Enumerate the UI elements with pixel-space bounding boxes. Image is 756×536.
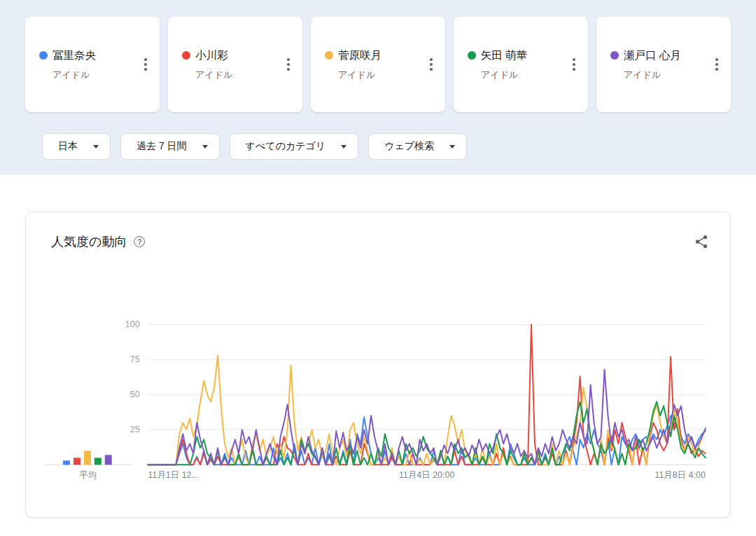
filter-chip-search-type[interactable]: ウェブ検索 — [368, 133, 467, 160]
filters-row: 日本過去 7 日間すべてのカテゴリウェブ検索 — [42, 133, 731, 160]
y-axis-label: 25 — [130, 425, 140, 434]
entity-type: アイドル — [624, 69, 681, 81]
interest-over-time-card: 人気度の動向 ? 100755025平均11月1日 12...11月4日 20:… — [25, 212, 731, 518]
entity-color-dot — [182, 51, 190, 60]
more-options-icon[interactable] — [137, 51, 154, 78]
trends-chart[interactable]: 100755025平均11月1日 12...11月4日 20:0011月8日 4… — [26, 212, 730, 517]
entity-card: 小川彩アイドル — [168, 17, 302, 112]
entity-name: 冨里奈央 — [52, 48, 96, 63]
entity-type: アイドル — [52, 69, 96, 81]
entity-card-text: 矢田 萌華アイドル — [468, 48, 527, 81]
average-bar[interactable] — [84, 451, 91, 465]
entity-color-dot — [325, 51, 333, 60]
y-axis-label: 50 — [130, 390, 140, 399]
filter-chip-category[interactable]: すべてのカテゴリ — [230, 133, 359, 160]
x-axis-label: 11月4日 20:00 — [399, 470, 454, 480]
more-options-icon[interactable] — [280, 51, 297, 78]
entity-type: アイドル — [195, 69, 232, 81]
average-bar[interactable] — [94, 458, 102, 465]
entity-card-text: 小川彩アイドル — [182, 48, 232, 81]
entity-card: 瀬戸口 心月アイドル — [596, 17, 731, 112]
entity-color-dot — [468, 51, 476, 60]
chevron-down-icon — [449, 145, 455, 149]
content-section: 人気度の動向 ? 100755025平均11月1日 12...11月4日 20:… — [0, 175, 756, 518]
entity-card-text: 瀬戸口 心月アイドル — [610, 48, 681, 81]
entity-type: アイドル — [481, 69, 527, 81]
entity-name: 瀬戸口 心月 — [624, 48, 681, 63]
filter-chip-label: ウェブ検索 — [384, 140, 434, 153]
chevron-down-icon — [93, 145, 99, 149]
more-options-icon[interactable] — [423, 51, 440, 78]
entity-name: 菅原咲月 — [338, 48, 382, 63]
entity-name: 小川彩 — [195, 48, 228, 63]
entity-color-dot — [610, 51, 619, 60]
entity-card: 菅原咲月アイドル — [311, 17, 445, 112]
filter-chip-label: 過去 7 日間 — [136, 140, 187, 153]
entity-color-dot — [39, 51, 48, 60]
entity-card: 冨里奈央アイドル — [25, 17, 160, 112]
more-options-icon[interactable] — [708, 51, 725, 78]
y-axis-label: 75 — [130, 355, 140, 364]
average-label: 平均 — [79, 470, 97, 480]
entity-card-text: 冨里奈央アイドル — [39, 48, 96, 81]
x-axis-label: 11月1日 12... — [148, 470, 199, 480]
chevron-down-icon — [202, 145, 208, 149]
cards-row: 冨里奈央アイドル小川彩アイドル菅原咲月アイドル矢田 萌華アイドル瀬戸口 心月アイ… — [25, 17, 731, 112]
y-axis-label: 100 — [125, 319, 140, 329]
entity-name: 矢田 萌華 — [481, 48, 527, 63]
average-bar[interactable] — [63, 460, 70, 465]
filter-chip-region[interactable]: 日本 — [42, 133, 111, 160]
average-bar[interactable] — [105, 455, 112, 465]
more-options-icon[interactable] — [566, 51, 582, 78]
filter-chip-label: すべてのカテゴリ — [246, 140, 326, 153]
comparison-section: 冨里奈央アイドル小川彩アイドル菅原咲月アイドル矢田 萌華アイドル瀬戸口 心月アイ… — [0, 0, 756, 175]
filter-chip-label: 日本 — [58, 140, 78, 153]
chevron-down-icon — [341, 145, 346, 149]
filter-chip-time-range[interactable]: 過去 7 日間 — [120, 133, 220, 160]
x-axis-label: 11月8日 4:00 — [654, 470, 705, 480]
series-line[interactable] — [148, 369, 706, 465]
entity-card-text: 菅原咲月アイドル — [325, 48, 382, 81]
entity-type: アイドル — [338, 69, 382, 81]
average-bar[interactable] — [74, 458, 80, 465]
entity-card: 矢田 萌華アイドル — [454, 17, 588, 112]
